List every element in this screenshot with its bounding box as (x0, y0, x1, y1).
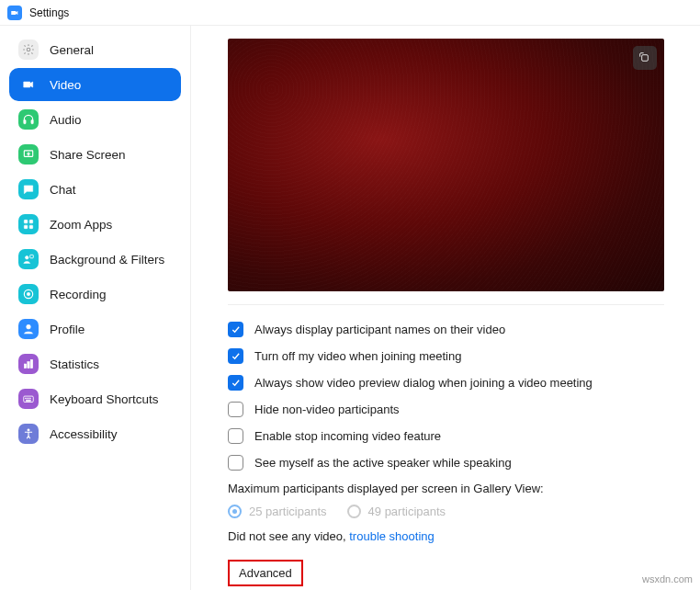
sidebar: GeneralVideoAudioShare ScreenChatZoom Ap… (0, 26, 191, 590)
radio-icon (347, 505, 361, 518)
svg-rect-2 (31, 120, 33, 124)
svg-point-18 (28, 398, 28, 399)
checkbox[interactable] (228, 455, 243, 471)
svg-rect-20 (27, 400, 31, 401)
svg-rect-7 (29, 225, 33, 229)
checkbox[interactable] (228, 402, 243, 417)
sidebar-item-audio[interactable]: Audio (9, 103, 181, 136)
checkbox[interactable] (228, 375, 243, 391)
stats-icon (18, 354, 39, 374)
option-label: Enable stop incoming video feature (254, 429, 441, 443)
rotate-button[interactable] (633, 46, 657, 70)
option-row: Always display participant names on thei… (228, 322, 687, 337)
checkbox[interactable] (228, 428, 243, 444)
option-row: See myself as the active speaker while s… (228, 455, 687, 471)
svg-point-8 (26, 256, 29, 260)
sidebar-item-zoom-apps[interactable]: Zoom Apps (9, 208, 181, 241)
accessibility-icon (18, 424, 39, 444)
content-panel: Always display participant names on thei… (191, 26, 700, 590)
sidebar-item-share-screen[interactable]: Share Screen (9, 138, 181, 171)
sidebar-item-label: Zoom Apps (50, 218, 112, 232)
watermark: wsxdn.com (642, 573, 693, 584)
sidebar-item-profile[interactable]: Profile (9, 312, 181, 346)
video-options: Always display participant names on thei… (228, 322, 687, 471)
option-label: Turn off my video when joining meeting (254, 349, 461, 363)
chat-icon (18, 179, 39, 199)
keyboard-icon (18, 389, 39, 409)
sidebar-item-label: Accessibility (50, 427, 118, 441)
sidebar-item-label: General (50, 43, 94, 57)
sidebar-item-label: Profile (50, 323, 85, 336)
sidebar-item-label: Share Screen (50, 148, 126, 162)
option-label: See myself as the active speaker while s… (254, 456, 512, 470)
svg-rect-5 (29, 220, 33, 223)
troubleshooting-link[interactable]: trouble shooting (349, 529, 435, 543)
svg-rect-6 (24, 225, 28, 229)
sidebar-item-accessibility[interactable]: Accessibility (9, 417, 181, 450)
sidebar-item-keyboard-shortcuts[interactable]: Keyboard Shortcuts (9, 382, 181, 415)
option-label: Hide non-video participants (254, 403, 400, 416)
profile-icon (18, 319, 39, 339)
share-icon (18, 144, 39, 165)
sidebar-item-statistics[interactable]: Statistics (9, 347, 181, 380)
app-icon (7, 6, 22, 20)
gallery-view-label: Maximum participants displayed per scree… (228, 482, 687, 495)
video-icon (18, 74, 39, 95)
video-preview (228, 39, 664, 291)
option-row: Always show video preview dialog when jo… (228, 375, 687, 391)
sidebar-item-background-filters[interactable]: Background & Filters (9, 243, 181, 276)
radio-icon (228, 505, 242, 518)
apps-icon (18, 214, 39, 234)
help-prefix: Did not see any video, (228, 529, 349, 543)
radio-option[interactable]: 49 participants (347, 505, 446, 518)
svg-rect-4 (24, 220, 28, 223)
titlebar: Settings (0, 0, 700, 26)
window-title: Settings (29, 6, 69, 19)
gallery-radio-group: 25 participants49 participants (228, 505, 687, 518)
svg-rect-1 (24, 120, 26, 124)
divider (228, 304, 664, 305)
sidebar-item-label: Recording (50, 288, 107, 301)
sidebar-item-recording[interactable]: Recording (9, 278, 181, 311)
svg-point-21 (28, 429, 29, 431)
svg-rect-15 (30, 359, 32, 368)
sidebar-item-label: Statistics (50, 357, 99, 371)
radio-label: 25 participants (249, 505, 327, 518)
option-row: Turn off my video when joining meeting (228, 348, 687, 364)
sidebar-item-label: Chat (50, 183, 76, 197)
gear-icon (18, 40, 39, 60)
svg-rect-9 (30, 255, 34, 258)
svg-rect-22 (642, 55, 649, 62)
advanced-button[interactable]: Advanced (228, 560, 303, 586)
record-icon (18, 284, 39, 304)
option-label: Always display participant names on thei… (254, 323, 505, 336)
svg-point-17 (26, 398, 27, 399)
sidebar-item-label: Video (50, 78, 81, 92)
option-row: Hide non-video participants (228, 402, 687, 417)
checkbox[interactable] (228, 322, 243, 337)
svg-point-12 (27, 324, 31, 329)
checkbox[interactable] (228, 348, 243, 364)
sidebar-item-video[interactable]: Video (9, 68, 181, 101)
svg-point-19 (29, 398, 30, 399)
option-label: Always show video preview dialog when jo… (254, 376, 593, 390)
radio-option[interactable]: 25 participants (228, 505, 327, 518)
headphones-icon (18, 109, 39, 130)
sidebar-item-label: Background & Filters (50, 253, 164, 267)
radio-label: 49 participants (368, 505, 446, 518)
sidebar-item-chat[interactable]: Chat (9, 173, 181, 206)
bg-icon (18, 249, 39, 269)
svg-rect-14 (28, 362, 29, 369)
svg-point-0 (27, 48, 30, 51)
help-text: Did not see any video, trouble shooting (228, 529, 687, 543)
option-row: Enable stop incoming video feature (228, 428, 687, 444)
sidebar-item-general[interactable]: General (9, 33, 181, 66)
sidebar-item-label: Keyboard Shortcuts (50, 392, 159, 406)
sidebar-item-label: Audio (50, 113, 82, 127)
svg-rect-13 (24, 364, 26, 369)
svg-point-11 (27, 292, 30, 296)
